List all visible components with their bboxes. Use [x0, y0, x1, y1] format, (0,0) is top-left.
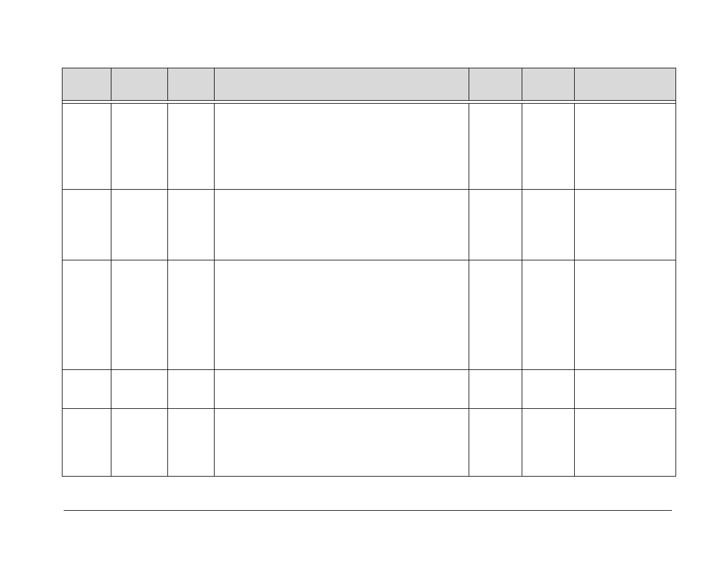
- table-cell: [167, 409, 214, 477]
- table-cell: [522, 260, 575, 370]
- table-cell: [62, 370, 111, 409]
- footer-divider: [64, 510, 672, 511]
- document-table: [62, 68, 676, 477]
- table-header-cell: [522, 68, 575, 101]
- table-cell: [469, 370, 522, 409]
- table-cell: [469, 104, 522, 190]
- table-cell: [214, 409, 469, 477]
- table-row: [62, 370, 676, 409]
- table-cell: [522, 370, 575, 409]
- table-cell: [575, 104, 676, 190]
- table-cell: [214, 370, 469, 409]
- table-cell: [167, 260, 214, 370]
- table-cell: [62, 190, 111, 260]
- table-header-cell: [469, 68, 522, 101]
- table-cell: [469, 409, 522, 477]
- table-cell: [469, 190, 522, 260]
- table-header-cell: [62, 68, 111, 101]
- table-row: [62, 260, 676, 370]
- table-header-cell: [575, 68, 676, 101]
- table-header-cell: [214, 68, 469, 101]
- table-cell: [469, 260, 522, 370]
- table-cell: [167, 190, 214, 260]
- table-cell: [522, 104, 575, 190]
- table-cell: [214, 260, 469, 370]
- table-cell: [111, 370, 167, 409]
- table-cell: [111, 190, 167, 260]
- table-cell: [214, 104, 469, 190]
- table-header-cell: [167, 68, 214, 101]
- table-cell: [62, 409, 111, 477]
- table-cell: [62, 104, 111, 190]
- table-cell: [522, 190, 575, 260]
- table-header-row: [62, 68, 676, 101]
- table-cell: [111, 409, 167, 477]
- table-cell: [167, 370, 214, 409]
- table-cell: [575, 370, 676, 409]
- table-cell: [575, 409, 676, 477]
- table-header-cell: [111, 68, 167, 101]
- table-cell: [575, 260, 676, 370]
- table-cell: [214, 190, 469, 260]
- table-cell: [167, 104, 214, 190]
- table-row: [62, 190, 676, 260]
- table-cell: [111, 104, 167, 190]
- table-cell: [111, 260, 167, 370]
- table-cell: [522, 409, 575, 477]
- table-cell: [575, 190, 676, 260]
- blank-table: [62, 68, 676, 477]
- table-row: [62, 409, 676, 477]
- table-row: [62, 104, 676, 190]
- table-cell: [62, 260, 111, 370]
